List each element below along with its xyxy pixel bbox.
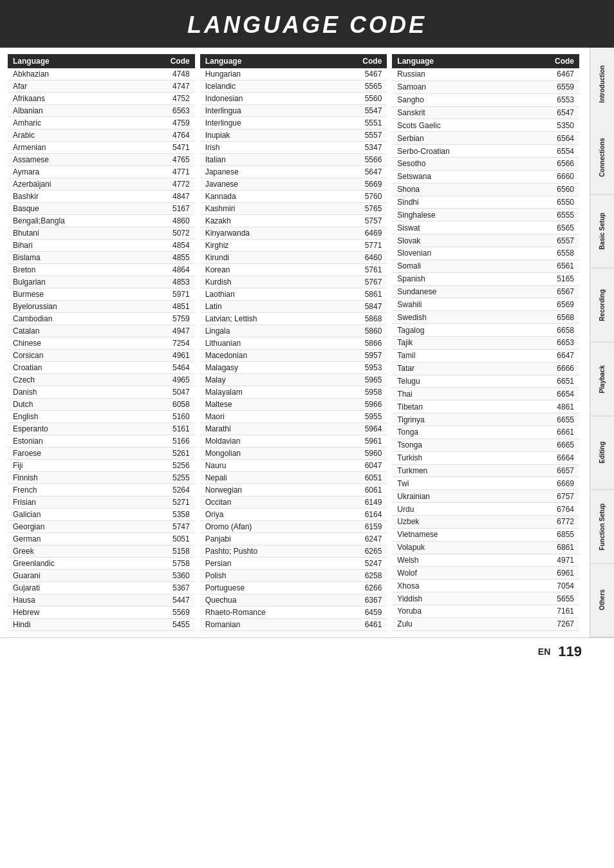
table-row: Tsonga6665 [392, 439, 579, 451]
language-name: Ukrainian [392, 490, 519, 503]
language-code: 4851 [135, 301, 195, 313]
language-code: 6651 [519, 375, 579, 388]
language-name: Kashmiri [200, 203, 332, 215]
table-row: Setswana6660 [392, 170, 579, 183]
language-name: Pashto; Pushto [200, 545, 332, 558]
language-code: 4864 [135, 264, 195, 276]
table-row: Laothian5861 [200, 288, 387, 301]
col2-language-header: Language [200, 54, 332, 68]
language-name: Fiji [8, 460, 135, 472]
language-name: Spanish [392, 272, 519, 285]
language-name: Sindhi [392, 196, 519, 209]
language-code: 5367 [135, 582, 195, 594]
table-row: Siswat6565 [392, 222, 579, 234]
table-row: Marathi5964 [200, 423, 387, 435]
language-name: Abkhazian [8, 68, 135, 80]
language-name: Tsonga [392, 439, 519, 451]
language-code: 5166 [135, 435, 195, 448]
language-code: 5953 [332, 362, 387, 374]
language-table-2: Language Code Hungarian5467Icelandic5565… [200, 54, 387, 631]
language-name: Cambodian [8, 313, 135, 325]
language-name: Breton [8, 264, 135, 276]
table-row: Serbo-Croatian6554 [392, 145, 579, 158]
table-row: Latin5847 [200, 301, 387, 313]
table-row: Turkmen6657 [392, 464, 579, 477]
language-code: 6961 [519, 567, 579, 580]
language-code: 6367 [332, 594, 387, 607]
table-row: Samoan6559 [392, 80, 579, 93]
language-name: Norwegian [200, 484, 332, 496]
language-code: 5167 [135, 203, 195, 215]
language-code: 6258 [332, 570, 387, 582]
table-row: Maltese5966 [200, 399, 387, 411]
language-code: 4759 [135, 117, 195, 129]
language-code: 7054 [519, 580, 579, 592]
language-code: 6247 [332, 533, 387, 545]
language-name: Catalan [8, 325, 135, 337]
table-row: Czech4965 [8, 374, 195, 386]
table-row: Irish5347 [200, 142, 387, 154]
language-name: Kinyarwanda [200, 227, 332, 240]
language-code: 6557 [519, 234, 579, 247]
language-name: Japanese [200, 166, 332, 178]
language-name: Bashkir [8, 191, 135, 203]
language-name: Bengali;Bangla [8, 215, 135, 227]
col3-code-header: Code [519, 54, 579, 68]
en-label: EN [538, 646, 550, 657]
language-code: 5547 [332, 105, 387, 117]
table-row: Hindi5455 [8, 619, 195, 631]
language-name: Corsican [8, 350, 135, 362]
language-code: 6550 [519, 196, 579, 209]
language-code: 4965 [135, 374, 195, 386]
language-name: Portuguese [200, 582, 332, 594]
table-row: Welsh4971 [392, 554, 579, 567]
language-code: 5047 [135, 386, 195, 399]
language-code: 5161 [135, 423, 195, 435]
table-row: Kurdish5767 [200, 276, 387, 288]
language-code: 5747 [135, 521, 195, 533]
language-name: Zulu [392, 618, 519, 630]
language-code: 5760 [332, 191, 387, 203]
sidebar-section-connections: Connections [590, 121, 614, 195]
table-row: Tibetan4861 [392, 401, 579, 413]
language-name: Galician [8, 509, 135, 521]
language-name: Serbian [392, 132, 519, 145]
table-row: Twi6669 [392, 477, 579, 490]
language-name: Kirghiz [200, 240, 332, 252]
language-code: 5557 [332, 129, 387, 142]
language-code: 6665 [519, 439, 579, 451]
language-code: 5471 [135, 142, 195, 154]
language-name: Sanskrit [392, 106, 519, 119]
language-name: Croatian [8, 362, 135, 374]
language-table-3: Language Code Russian6467Samoan6559Sangh… [392, 54, 579, 631]
table-row: Indonesian5560 [200, 93, 387, 105]
sidebar-section-basic-setup: Basic Setup [590, 194, 614, 269]
table-row: Breton4864 [8, 264, 195, 276]
table-row: English5160 [8, 411, 195, 423]
table-row: Basque5167 [8, 203, 195, 215]
table-row: Guarani5360 [8, 570, 195, 582]
table-row: Swahili6569 [392, 298, 579, 311]
language-name: Hausa [8, 594, 135, 607]
language-name: Macedonian [200, 350, 332, 362]
main-content: Language Code Abkhazian4748Afar4747Afrik… [0, 48, 614, 637]
table-row: Panjabi6247 [200, 533, 387, 545]
language-code: 4854 [135, 240, 195, 252]
language-name: Czech [8, 374, 135, 386]
language-name: Kurdish [200, 276, 332, 288]
table-row: Amharic4759 [8, 117, 195, 129]
table-row: Yoruba7161 [392, 605, 579, 618]
table-row: Kazakh5757 [200, 215, 387, 227]
language-name: Guarani [8, 570, 135, 582]
language-name: Aymara [8, 166, 135, 178]
table-row: Fiji5256 [8, 460, 195, 472]
language-name: Wolof [392, 567, 519, 580]
table-row: Pashto; Pushto6265 [200, 545, 387, 558]
table-row: Polish6258 [200, 570, 387, 582]
language-name: Gujarati [8, 582, 135, 594]
language-code: 5759 [135, 313, 195, 325]
language-name: Mongolian [200, 448, 332, 460]
language-name: Afar [8, 80, 135, 93]
language-code: 5165 [519, 272, 579, 285]
language-code: 5761 [332, 264, 387, 276]
